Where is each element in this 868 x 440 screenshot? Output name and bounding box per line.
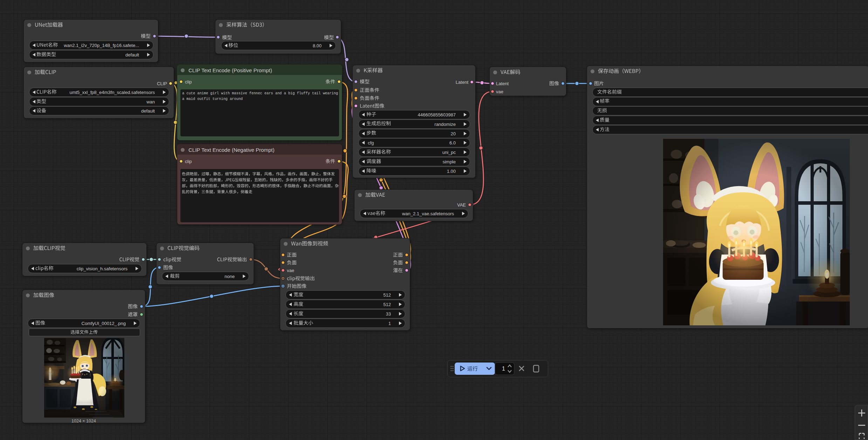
svg-text:1: 1 <box>502 366 505 372</box>
